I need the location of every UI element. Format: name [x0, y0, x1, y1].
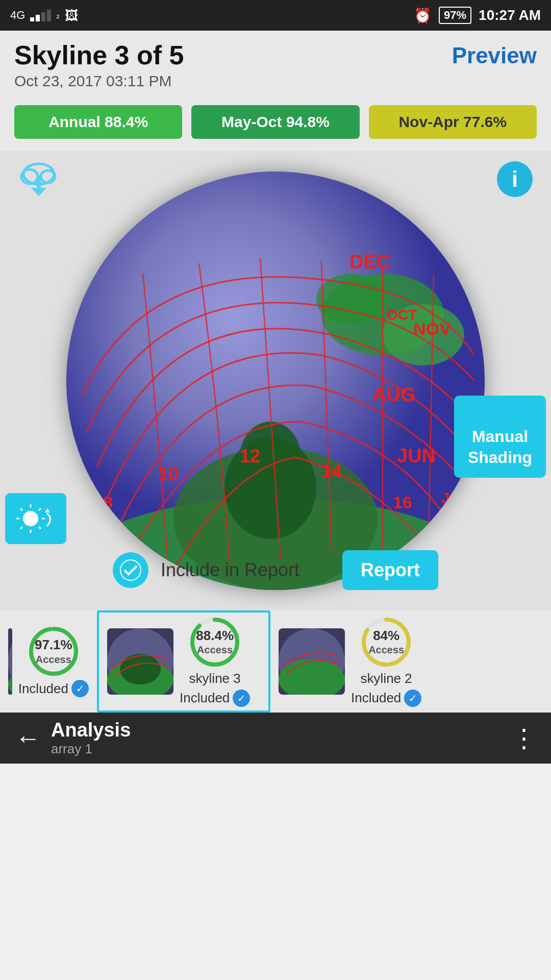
report-button[interactable]: Report: [342, 550, 438, 590]
bar2: [36, 15, 40, 21]
svg-point-45: [120, 654, 161, 684]
svg-text:JUL: JUL: [441, 489, 470, 506]
svg-point-28: [23, 511, 38, 526]
svg-text:8: 8: [103, 493, 113, 512]
image-icon: 🖼: [65, 8, 78, 23]
svg-marker-4: [31, 188, 46, 196]
svg-text:12: 12: [240, 446, 260, 467]
access-text-0: 97.1% Access: [35, 637, 72, 665]
thumb-info-0: 97.1% Access Included ✓: [18, 626, 89, 697]
thumb-img-0: [8, 628, 12, 695]
network-label: 4G: [10, 9, 25, 22]
info-icon[interactable]: i: [497, 161, 533, 197]
globe-visual[interactable]: DEC NOV OCT AUG JUN JUL SE 8 6 10 12 14 …: [66, 172, 485, 590]
more-options-button[interactable]: ⋮: [511, 723, 536, 753]
sun-rotate-button[interactable]: [5, 493, 66, 544]
included-label-1: Included: [180, 690, 230, 706]
nav-subtitle: array 1: [51, 741, 92, 757]
header-left: Skyline 3 of 5 Oct 23, 2017 03:11 PM: [14, 40, 184, 90]
thumb-included-1: Included ✓: [180, 690, 250, 707]
included-check-2: ✓: [404, 690, 421, 707]
status-left: 4G ₂ 🖼: [10, 8, 78, 23]
bar3: [41, 12, 45, 21]
access-circle-1: 88.4% Access: [189, 617, 240, 668]
access-circle-2: 84% Access: [361, 617, 412, 668]
access-text-1: 88.4% Access: [196, 628, 234, 656]
may-oct-stat-button[interactable]: May-Oct 94.8%: [191, 105, 359, 139]
svg-line-36: [20, 527, 22, 529]
info-icon-label: i: [512, 166, 518, 192]
access-pct-2: 84%: [368, 628, 404, 644]
included-label-0: Included: [18, 681, 68, 697]
svg-line-35: [39, 508, 41, 510]
svg-text:AUG: AUG: [372, 384, 415, 405]
page-date: Oct 23, 2017 03:11 PM: [14, 72, 184, 90]
thumb-img-1: [107, 628, 173, 695]
included-label-2: Included: [351, 690, 401, 706]
checkmark-icon: [119, 559, 142, 581]
access-circle-0: 97.1% Access: [28, 626, 79, 677]
svg-point-38: [120, 560, 141, 580]
svg-line-33: [20, 508, 22, 510]
globe-grid-svg: DEC NOV OCT AUG JUN JUL SE 8 6 10 12 14 …: [66, 172, 485, 590]
svg-text:10: 10: [158, 463, 179, 484]
included-check-1: ✓: [233, 690, 250, 707]
access-lbl-2: Access: [368, 644, 404, 656]
thumb-name-2: skyline 2: [361, 671, 412, 687]
preview-button[interactable]: Preview: [452, 40, 537, 68]
access-pct-0: 97.1%: [35, 637, 72, 653]
svg-text:NOV: NOV: [413, 319, 451, 338]
battery-indicator: 97%: [439, 7, 471, 24]
back-button[interactable]: ←: [15, 723, 41, 753]
thumbnail-card-0[interactable]: 97.1% Access Included ✓: [0, 610, 97, 713]
svg-text:6: 6: [87, 522, 97, 543]
access-text-2: 84% Access: [368, 628, 404, 656]
thumb-globe-1: [107, 628, 173, 695]
nav-title: Analysis: [51, 719, 131, 741]
bar4: [47, 10, 51, 21]
thumb-included-2: Included ✓: [351, 690, 421, 707]
include-in-report-checkbox[interactable]: [113, 552, 148, 588]
included-check-0: ✓: [71, 680, 89, 697]
svg-text:OCT: OCT: [387, 307, 417, 323]
thumbnails-strip: 97.1% Access Included ✓: [0, 610, 551, 713]
thumb-globe-2: [279, 628, 345, 695]
svg-text:JUN: JUN: [397, 445, 436, 467]
status-right: ⏰ 97% 10:27 AM: [414, 7, 541, 24]
signal-bars: [30, 10, 51, 21]
bottom-navigation: ← Analysis array 1 ⋮: [0, 713, 551, 764]
svg-line-34: [39, 527, 41, 529]
include-in-report-label: Include in Report: [161, 559, 299, 581]
globe-container: i: [0, 151, 551, 610]
manual-shading-button[interactable]: Manual Shading: [454, 396, 546, 478]
stats-row: Annual 88.4% May-Oct 94.8% Nov-Apr 77.6%: [0, 97, 551, 151]
thumb-included-0: Included ✓: [18, 680, 89, 697]
thumb-info-2: 84% Access skyline 2 Included ✓: [351, 617, 421, 707]
thumbnail-card-1[interactable]: 88.4% Access skyline 3 Included ✓: [97, 610, 270, 713]
thumb-name-1: skyline 3: [189, 671, 241, 687]
thumbnail-card-2[interactable]: 84% Access skyline 2 Included ✓: [270, 610, 444, 713]
thumb-info-1: 88.4% Access skyline 3 Included ✓: [180, 617, 250, 707]
access-lbl-1: Access: [196, 644, 234, 656]
alarm-icon: ⏰: [414, 7, 432, 24]
cloud-download-icon[interactable]: [18, 161, 59, 197]
svg-text:14: 14: [321, 461, 342, 482]
access-lbl-0: Access: [35, 653, 72, 666]
svg-text:DEC: DEC: [349, 251, 390, 273]
svg-text:16: 16: [393, 493, 412, 512]
annual-stat-button[interactable]: Annual 88.4%: [14, 105, 182, 139]
access-pct-1: 88.4%: [196, 628, 234, 644]
svg-point-9: [316, 274, 388, 325]
nov-apr-stat-button[interactable]: Nov-Apr 77.6%: [369, 105, 537, 139]
include-in-report-row: Include in Report Report: [0, 550, 551, 590]
thumb-img-2: [279, 628, 345, 695]
thumb-globe-0: [8, 628, 12, 695]
time-display: 10:27 AM: [479, 7, 541, 23]
nav-title-area: Analysis array 1: [41, 719, 511, 757]
header: Skyline 3 of 5 Oct 23, 2017 03:11 PM Pre…: [0, 31, 551, 97]
bar1: [30, 17, 34, 21]
sun-rotate-icon: [15, 503, 56, 534]
status-bar: 4G ₂ 🖼 ⏰ 97% 10:27 AM: [0, 0, 551, 31]
sim-indicator: ₂: [56, 10, 60, 21]
page-title: Skyline 3 of 5: [14, 40, 184, 70]
